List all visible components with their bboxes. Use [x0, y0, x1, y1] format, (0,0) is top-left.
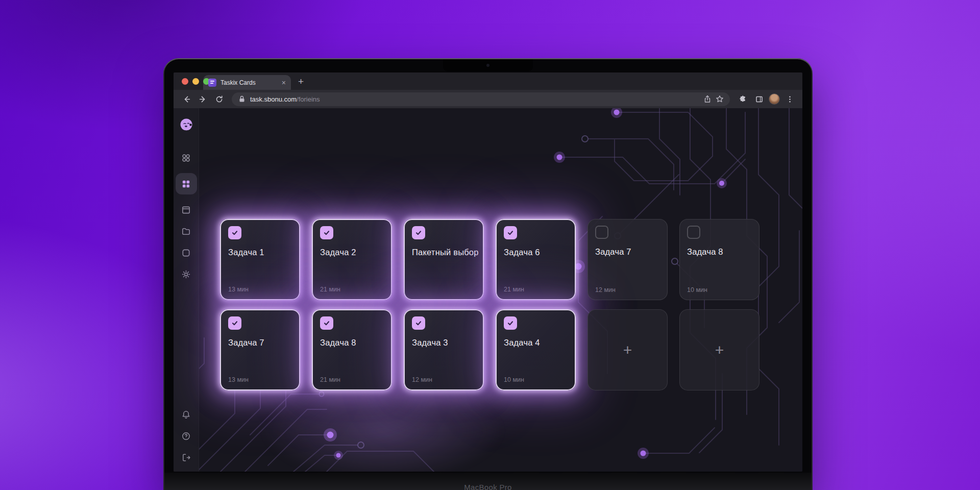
- task-card-grid: Задача 1 13 мин Задача 2 21 мин Пакетный…: [220, 219, 760, 390]
- checkbox-checked-icon[interactable]: [412, 316, 425, 330]
- add-task-card[interactable]: +: [679, 309, 760, 390]
- checkbox-checked-icon[interactable]: [320, 316, 333, 330]
- task-card-title: Задача 7: [228, 338, 292, 348]
- task-card[interactable]: Задача 1 13 мин: [220, 219, 300, 300]
- macbook-frame: Taskix Cards × +: [163, 58, 813, 490]
- side-panel-icon[interactable]: [752, 92, 766, 106]
- camera-icon: [486, 64, 489, 67]
- task-card[interactable]: Задача 2 21 мин: [312, 219, 392, 300]
- taskix-app: Задача 1 13 мин Задача 2 21 мин Пакетный…: [174, 108, 802, 472]
- checkbox-unchecked-icon[interactable]: [595, 226, 608, 239]
- task-card[interactable]: Задача 6 21 мин: [496, 219, 576, 300]
- task-card[interactable]: Задача 7 13 мин: [220, 309, 300, 390]
- task-card-duration: 21 мин: [320, 286, 340, 293]
- sidebar-item-dashboard[interactable]: [180, 152, 192, 164]
- task-card[interactable]: Задача 8 10 мин: [679, 219, 760, 300]
- checkbox-unchecked-icon[interactable]: [687, 226, 700, 239]
- sidebar-item-settings-gear-icon[interactable]: [180, 268, 192, 280]
- help-icon[interactable]: [180, 430, 192, 442]
- browser-tab[interactable]: Taskix Cards ×: [203, 75, 291, 90]
- extensions-puzzle-icon[interactable]: [736, 92, 749, 106]
- task-card-duration: 21 мин: [320, 376, 340, 383]
- notifications-bell-icon[interactable]: [180, 408, 192, 421]
- task-card-title: Задача 8: [320, 338, 384, 348]
- back-icon[interactable]: [180, 92, 193, 106]
- profile-avatar[interactable]: [769, 93, 780, 105]
- task-card-duration: 21 мин: [504, 286, 524, 293]
- share-icon[interactable]: [703, 95, 712, 103]
- task-card-title: Задача 2: [320, 248, 384, 257]
- tab-favicon-icon: [208, 79, 216, 87]
- checkbox-checked-icon[interactable]: [504, 316, 517, 330]
- task-card[interactable]: Задача 4 10 мин: [496, 309, 576, 390]
- url-path: /forieins: [297, 95, 320, 103]
- sidebar-item-folder[interactable]: [180, 225, 192, 237]
- address-bar[interactable]: task.sbonu.com/forieins: [232, 92, 730, 106]
- menu-kebab-icon[interactable]: [783, 92, 796, 106]
- checkbox-checked-icon[interactable]: [228, 226, 241, 239]
- task-card-duration: 12 мин: [412, 376, 432, 383]
- task-card[interactable]: Задача 7 12 мин: [587, 219, 668, 300]
- app-sidebar: [174, 108, 199, 472]
- task-card-title: Задача 4: [504, 338, 568, 348]
- app-logo-avatar[interactable]: [180, 118, 193, 131]
- close-window-button[interactable]: [182, 78, 188, 85]
- plus-icon: +: [715, 342, 724, 358]
- window-controls: [182, 78, 210, 85]
- task-card-duration: 10 мин: [687, 286, 707, 293]
- url-host: task.sbonu.com: [250, 95, 297, 103]
- task-card-title: Пакетный выбор: [412, 248, 476, 257]
- browser-toolbar: task.sbonu.com/forieins: [174, 90, 802, 108]
- browser-tabbar: Taskix Cards × +: [174, 72, 802, 90]
- task-card-duration: 12 мин: [595, 286, 616, 293]
- camera-notch: [443, 59, 533, 71]
- sidebar-nav: [176, 152, 197, 280]
- task-card[interactable]: Задача 8 21 мин: [312, 309, 392, 390]
- plus-icon: +: [623, 342, 632, 358]
- lock-icon: [238, 95, 246, 103]
- checkbox-checked-icon[interactable]: [228, 316, 241, 330]
- tab-title: Taskix Cards: [220, 79, 278, 86]
- checkbox-checked-icon[interactable]: [412, 226, 425, 239]
- reload-icon[interactable]: [212, 92, 226, 106]
- task-card[interactable]: Задача 3 12 мин: [404, 309, 484, 390]
- task-card-title: Задача 3: [412, 338, 476, 348]
- new-tab-button[interactable]: +: [298, 76, 304, 87]
- task-card-duration: 13 мин: [228, 286, 249, 293]
- task-card-title: Задача 6: [504, 248, 568, 257]
- sidebar-bottom-nav: [180, 408, 192, 463]
- minimize-window-button[interactable]: [192, 78, 199, 85]
- checkbox-checked-icon[interactable]: [504, 226, 517, 239]
- tab-close-icon[interactable]: ×: [282, 79, 286, 86]
- device-label: MacBook Pro: [464, 483, 511, 490]
- url-text: task.sbonu.com/forieins: [250, 95, 699, 103]
- task-card-duration: 10 мин: [504, 376, 524, 383]
- sidebar-item-square[interactable]: [180, 247, 192, 259]
- task-card-title: Задача 7: [595, 247, 660, 257]
- desktop-wallpaper: Taskix Cards × +: [0, 0, 980, 490]
- laptop-chin: MacBook Pro: [164, 473, 812, 490]
- task-card-title: Задача 8: [687, 247, 752, 257]
- browser-window: Taskix Cards × +: [174, 72, 802, 472]
- sidebar-item-cards-active[interactable]: [176, 173, 197, 194]
- sidebar-item-board[interactable]: [180, 204, 192, 216]
- task-card-duration: 13 мин: [228, 376, 249, 383]
- forward-icon[interactable]: [196, 92, 209, 106]
- checkbox-checked-icon[interactable]: [320, 226, 333, 239]
- task-card-title: Задача 1: [228, 248, 292, 257]
- logout-icon[interactable]: [180, 451, 192, 463]
- add-task-card[interactable]: +: [587, 309, 668, 390]
- task-card[interactable]: Пакетный выбор: [404, 219, 484, 300]
- bookmark-star-icon[interactable]: [716, 95, 724, 103]
